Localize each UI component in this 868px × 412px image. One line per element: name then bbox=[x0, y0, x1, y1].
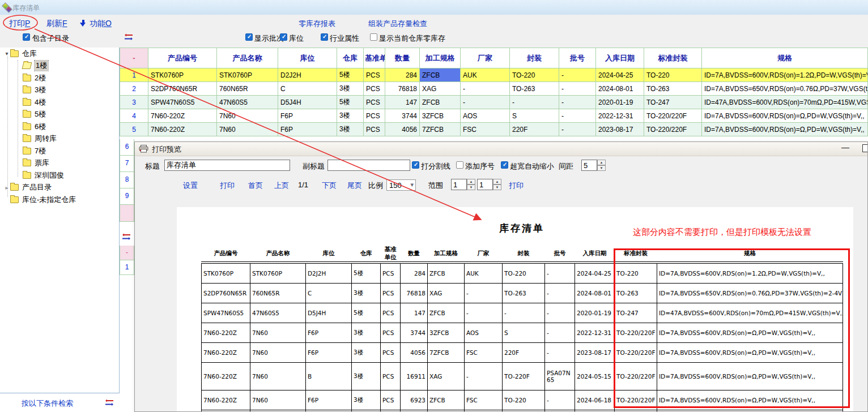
show-zero-stock-checkbox[interactable] bbox=[370, 33, 377, 41]
standard-package-cell[interactable]: TO-263 bbox=[644, 82, 702, 96]
show-batch-checkbox[interactable] bbox=[245, 33, 253, 41]
minimize-button[interactable]: — bbox=[839, 143, 852, 154]
row-number[interactable]: 9 bbox=[120, 188, 134, 205]
scale-select[interactable]: 150 ▾ bbox=[386, 179, 416, 191]
row-number[interactable]: 5 bbox=[120, 123, 148, 136]
batch-cell[interactable]: - bbox=[559, 123, 596, 136]
print-link[interactable]: 打印 bbox=[220, 181, 235, 191]
quantity-cell[interactable]: 76818 bbox=[385, 82, 420, 96]
warehouse-cell[interactable]: 3楼 bbox=[337, 109, 364, 123]
print-action-link[interactable]: 打印 bbox=[509, 181, 524, 191]
range-from-stepper[interactable]: ▲ ▼ bbox=[467, 179, 475, 190]
dialog-titlebar[interactable]: 打印预览 — bbox=[135, 142, 867, 156]
process-spec-cell[interactable]: XAG bbox=[420, 82, 461, 96]
row-number[interactable]: 1 bbox=[120, 260, 134, 275]
specification-cell[interactable]: ID=7A,BVDSS=600V,RDS(on)=Ω,PD=W,VGS(th)=… bbox=[702, 123, 868, 136]
row-number[interactable]: 2 bbox=[120, 82, 148, 96]
specification-cell[interactable]: ID=47A,BVDSS=600V,RDS(on)=70mΩ,PD=415W,V… bbox=[702, 96, 868, 109]
column-header[interactable]: 产品名称 bbox=[217, 48, 278, 68]
column-header[interactable]: 数量 bbox=[385, 48, 420, 68]
product-code-cell[interactable]: S2DP760N65R bbox=[148, 82, 217, 96]
base-unit-cell[interactable]: PCS bbox=[364, 123, 385, 136]
first-page-link[interactable]: 首页 bbox=[248, 181, 263, 191]
range-to-stepper[interactable]: ▲ ▼ bbox=[493, 179, 501, 190]
row-number[interactable]: 6 bbox=[120, 139, 134, 156]
standard-package-cell[interactable]: TO-220/220F bbox=[644, 109, 702, 123]
product-code-cell[interactable]: STK0760P bbox=[148, 68, 217, 82]
batch-cell[interactable]: - bbox=[559, 68, 596, 82]
location-cell[interactable]: D5J4H bbox=[278, 96, 337, 109]
column-header[interactable]: 产品编号 bbox=[148, 48, 217, 68]
process-spec-cell[interactable]: ZFCB bbox=[420, 68, 461, 82]
process-spec-cell[interactable]: 7ZFCB bbox=[420, 123, 461, 136]
base-unit-cell[interactable]: PCS bbox=[364, 68, 385, 82]
sidebar-item-warehouse-root[interactable]: ▾ 仓库 bbox=[0, 48, 119, 60]
column-header[interactable]: 仓库 bbox=[337, 48, 364, 68]
row-number[interactable]: 4 bbox=[120, 109, 148, 123]
specification-cell[interactable]: ID=7A,BVDSS=600V,RDS(on)=Ω,PD=W,VGS(th)=… bbox=[702, 109, 868, 123]
spin-up-icon[interactable]: ▲ bbox=[597, 160, 606, 165]
maximize-button[interactable] bbox=[862, 144, 868, 152]
warehouse-cell[interactable]: 3楼 bbox=[337, 123, 364, 136]
column-header[interactable]: 加工规格 bbox=[420, 48, 461, 68]
process-spec-cell[interactable]: 3ZFCB bbox=[420, 109, 461, 123]
manufacturer-cell[interactable]: - bbox=[461, 82, 510, 96]
package-cell[interactable]: S bbox=[510, 109, 559, 123]
product-name-cell[interactable]: 760N65R bbox=[217, 82, 278, 96]
range-from-input[interactable] bbox=[451, 179, 467, 190]
chevron-down-icon[interactable]: ▾ bbox=[3, 50, 10, 57]
print-button[interactable]: 打印P bbox=[9, 19, 30, 29]
assembly-stock-check-link[interactable]: 组装产品存量检查 bbox=[368, 19, 427, 29]
chevron-right-icon[interactable]: ▸ bbox=[3, 184, 10, 191]
auto-shrink-checkbox[interactable] bbox=[501, 161, 508, 169]
warehouse-cell[interactable]: 5楼 bbox=[337, 68, 364, 82]
column-header[interactable]: 封装 bbox=[510, 48, 559, 68]
zero-stock-report-link[interactable]: 零库存报表 bbox=[299, 19, 335, 29]
inbound-date-cell[interactable]: 2024-08-01 bbox=[596, 82, 644, 96]
package-cell[interactable]: TO-220 bbox=[510, 68, 559, 82]
quantity-cell[interactable]: 4056 bbox=[385, 123, 420, 136]
quantity-cell[interactable]: 284 bbox=[385, 68, 420, 82]
column-header[interactable]: - bbox=[120, 48, 148, 68]
last-page-link[interactable]: 尾页 bbox=[347, 181, 362, 191]
standard-package-cell[interactable]: TO-220 bbox=[644, 68, 702, 82]
row-number[interactable]: 7 bbox=[120, 156, 134, 172]
product-code-cell[interactable]: 7N60-220Z bbox=[148, 123, 217, 136]
row-number[interactable]: 8 bbox=[120, 172, 134, 188]
product-code-cell[interactable]: 7N60-220Z bbox=[148, 109, 217, 123]
industry-attr-checkbox[interactable] bbox=[321, 33, 328, 41]
manufacturer-cell[interactable]: AOS bbox=[461, 109, 510, 123]
spin-down-icon[interactable]: ▼ bbox=[597, 165, 606, 171]
split-line-checkbox[interactable] bbox=[412, 161, 419, 169]
prev-page-link[interactable]: 上页 bbox=[274, 181, 289, 191]
add-seq-checkbox[interactable] bbox=[456, 161, 463, 169]
settings-link[interactable]: 设置 bbox=[183, 181, 198, 191]
batch-cell[interactable]: - bbox=[559, 96, 596, 109]
base-unit-cell[interactable]: PCS bbox=[364, 82, 385, 96]
process-spec-cell[interactable]: ZFCB bbox=[420, 96, 461, 109]
product-name-cell[interactable]: 7N60 bbox=[217, 109, 278, 123]
product-name-cell[interactable]: 7N60 bbox=[217, 123, 278, 136]
title-field[interactable] bbox=[164, 160, 290, 171]
column-header[interactable]: 厂家 bbox=[461, 48, 510, 68]
include-subdirs-checkbox[interactable] bbox=[23, 33, 30, 41]
column-header[interactable]: 库位 bbox=[278, 48, 337, 68]
column-header[interactable]: 批号 bbox=[559, 48, 596, 68]
sidebar-item-unassigned-location[interactable]: 库位-未指定仓库 bbox=[0, 194, 119, 206]
next-page-link[interactable]: 下页 bbox=[322, 181, 337, 191]
swap-arrows-icon[interactable] bbox=[122, 233, 131, 241]
product-name-cell[interactable]: 47N60S5 bbox=[217, 96, 278, 109]
column-header[interactable]: 入库日期 bbox=[596, 48, 644, 68]
row-number[interactable]: 3 bbox=[120, 96, 148, 109]
column-header[interactable]: 规格 bbox=[702, 48, 868, 68]
column-header[interactable]: 基准单位 bbox=[364, 48, 385, 68]
spin-down-icon[interactable]: ▼ bbox=[493, 184, 501, 190]
inbound-date-cell[interactable]: 2022-12-31 bbox=[596, 109, 644, 123]
refresh-button[interactable]: 刷新F bbox=[46, 19, 67, 29]
spacing-input[interactable] bbox=[581, 160, 597, 171]
location-checkbox[interactable] bbox=[280, 33, 287, 41]
quantity-cell[interactable]: 3744 bbox=[385, 109, 420, 123]
base-unit-cell[interactable]: PCS bbox=[364, 109, 385, 123]
location-cell[interactable]: D2J2H bbox=[278, 68, 337, 82]
batch-cell[interactable]: - bbox=[559, 82, 596, 96]
